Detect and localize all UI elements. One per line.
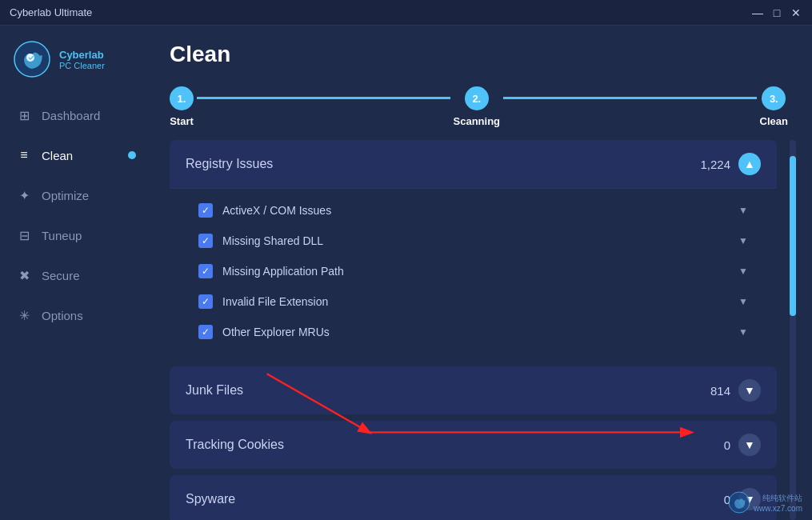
logo-icon — [13, 40, 51, 78]
file-ext-label: Invalid File Extension — [222, 295, 729, 308]
scrollbar-track[interactable] — [790, 140, 796, 520]
activex-label: ActiveX / COM Issues — [222, 204, 729, 217]
sidebar-item-optimize[interactable]: ✦ Optimize — [0, 176, 146, 214]
logo-sub: PC Cleaner — [59, 61, 105, 70]
shared-dll-label: Missing Shared DLL — [222, 234, 729, 247]
step-start: 1. Start — [170, 86, 194, 127]
step-clean: 3. Clean — [760, 86, 788, 127]
cookies-section-right: 0 ▼ — [724, 434, 761, 456]
content-scroll[interactable]: Registry Issues 1,224 ▲ ActiveX / COM Is… — [170, 140, 783, 520]
scrollbar-thumb[interactable] — [790, 156, 796, 316]
cookies-count: 0 — [724, 438, 730, 452]
watermark-icon — [728, 491, 750, 514]
sidebar-item-options[interactable]: ✳ Options — [0, 296, 146, 334]
chevron-down-icon[interactable]: ▼ — [738, 326, 748, 338]
registry-section-header[interactable]: Registry Issues 1,224 ▲ — [170, 140, 777, 188]
checkbox-shared-dll[interactable] — [198, 234, 213, 248]
watermark-text: 纯纯软件站 www.xz7.com — [754, 493, 802, 513]
chevron-down-icon[interactable]: ▼ — [738, 235, 748, 246]
maximize-button[interactable]: □ — [770, 6, 783, 19]
cookies-section-header[interactable]: Tracking Cookies 0 ▼ — [170, 421, 777, 469]
registry-toggle[interactable]: ▲ — [738, 153, 761, 175]
checkbox-file-ext[interactable] — [198, 294, 213, 309]
chevron-down-icon[interactable]: ▼ — [738, 205, 748, 216]
watermark-line1: 纯纯软件站 — [754, 493, 802, 504]
page-header: Clean — [146, 26, 812, 80]
sidebar-label-dashboard: Dashboard — [42, 109, 100, 122]
dashboard-icon: ⊞ — [16, 107, 32, 123]
list-item: ActiveX / COM Issues ▼ — [186, 195, 761, 226]
registry-count: 1,224 — [700, 158, 730, 171]
cookies-title: Tracking Cookies — [186, 438, 284, 452]
optimize-icon: ✦ — [16, 187, 32, 203]
sidebar-nav: ⊞ Dashboard ≡ Clean ✦ Optimize ⊟ Tuneup … — [0, 96, 146, 334]
sidebar-item-tuneup[interactable]: ⊟ Tuneup — [0, 216, 146, 254]
junkfiles-section-right: 814 ▼ — [710, 379, 761, 402]
sidebar-item-clean[interactable]: ≡ Clean — [0, 136, 146, 174]
secure-icon: ✖ — [16, 267, 32, 283]
svg-point-1 — [26, 54, 34, 62]
step-circle-2: 2. — [465, 86, 489, 110]
section-junkfiles: Junk Files 814 ▼ — [170, 366, 777, 414]
content-area: Registry Issues 1,224 ▲ ActiveX / COM Is… — [146, 140, 812, 520]
sidebar: Cyberlab PC Cleaner ⊞ Dashboard ≡ Clean … — [0, 26, 146, 520]
page-title: Clean — [170, 42, 788, 67]
logo-text: Cyberlab PC Cleaner — [59, 49, 105, 70]
clean-icon: ≡ — [16, 147, 32, 163]
window-controls[interactable]: — □ ✕ — [751, 6, 802, 19]
spyware-title: Spyware — [186, 492, 235, 506]
step-label-1: Start — [170, 115, 194, 127]
step-circle-3: 3. — [762, 86, 786, 110]
logo-main: Cyberlab — [59, 49, 105, 61]
step-scanning: 2. Scanning — [454, 86, 501, 127]
close-button[interactable]: ✕ — [790, 6, 802, 19]
step-line-2 — [503, 97, 757, 99]
checkbox-activex[interactable] — [198, 203, 213, 218]
tuneup-icon: ⊟ — [16, 227, 32, 243]
sidebar-label-options: Options — [42, 309, 83, 322]
watermark: 纯纯软件站 www.xz7.com — [728, 491, 802, 514]
explorer-mru-label: Other Explorer MRUs — [222, 326, 729, 338]
sidebar-label-clean: Clean — [42, 149, 73, 162]
sidebar-label-secure: Secure — [42, 269, 80, 282]
section-cookies: Tracking Cookies 0 ▼ — [170, 421, 777, 469]
list-item: Other Explorer MRUs ▼ — [186, 317, 761, 347]
step-label-3: Clean — [760, 115, 788, 127]
junkfiles-count: 814 — [710, 384, 730, 398]
list-item: Missing Application Path ▼ — [186, 256, 761, 286]
chevron-down-icon[interactable]: ▼ — [738, 266, 748, 277]
cookies-toggle[interactable]: ▼ — [738, 434, 761, 456]
sidebar-label-optimize: Optimize — [42, 189, 89, 202]
main-content: Clean 1. Start 2. Scanning 3. Clean — [146, 26, 812, 520]
sidebar-item-secure[interactable]: ✖ Secure — [0, 256, 146, 294]
chevron-down-icon[interactable]: ▼ — [738, 296, 748, 307]
sidebar-label-tuneup: Tuneup — [42, 229, 82, 242]
section-registry: Registry Issues 1,224 ▲ ActiveX / COM Is… — [170, 140, 777, 360]
logo: Cyberlab PC Cleaner — [0, 26, 146, 96]
options-icon: ✳ — [16, 307, 32, 323]
title-bar: Cyberlab Ultimate — □ ✕ — [0, 0, 812, 26]
registry-section-right: 1,224 ▲ — [700, 153, 761, 175]
list-item: Invalid File Extension ▼ — [186, 286, 761, 317]
sidebar-item-dashboard[interactable]: ⊞ Dashboard — [0, 96, 146, 134]
checkbox-app-path[interactable] — [198, 264, 213, 278]
spyware-section-header[interactable]: Spyware 0 ▼ — [170, 475, 777, 520]
registry-body: ActiveX / COM Issues ▼ Missing Shared DL… — [170, 188, 777, 360]
junkfiles-title: Junk Files — [186, 383, 243, 398]
watermark-line2: www.xz7.com — [754, 504, 802, 513]
app-path-label: Missing Application Path — [222, 265, 729, 278]
step-line-1 — [197, 97, 450, 99]
minimize-button[interactable]: — — [751, 6, 764, 19]
junkfiles-section-header[interactable]: Junk Files 814 ▼ — [170, 366, 777, 414]
section-spyware: Spyware 0 ▼ — [170, 475, 777, 520]
checkbox-explorer-mru[interactable] — [198, 325, 213, 339]
list-item: Missing Shared DLL ▼ — [186, 226, 761, 256]
step-circle-1: 1. — [170, 86, 194, 110]
app-title: Cyberlab Ultimate — [10, 6, 92, 18]
registry-title: Registry Issues — [186, 157, 273, 171]
steps-container: 1. Start 2. Scanning 3. Clean — [146, 80, 812, 140]
junkfiles-toggle[interactable]: ▼ — [738, 379, 761, 402]
step-label-2: Scanning — [454, 115, 501, 127]
